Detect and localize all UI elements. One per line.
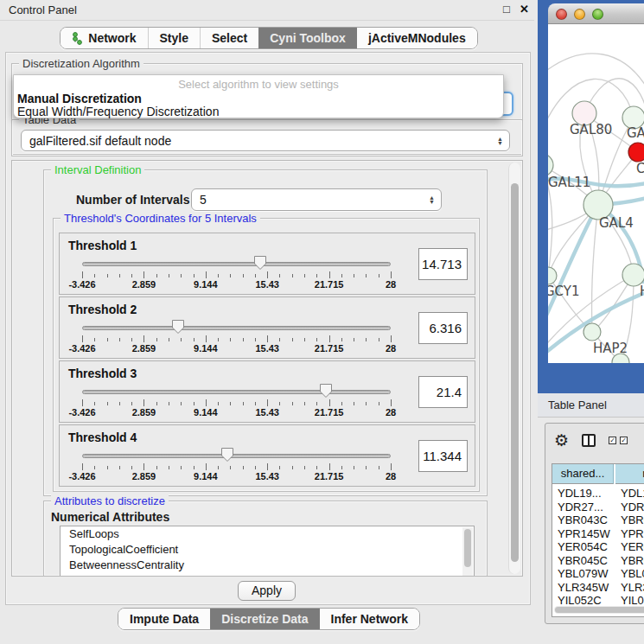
tick-mark <box>316 402 317 405</box>
interval-definition-group: Interval Definition Number of Intervals … <box>43 169 488 496</box>
algorithm-option-1[interactable]: Manual Discretization <box>17 92 142 105</box>
slider-track[interactable] <box>82 454 391 458</box>
threshold-label: Threshold 4 <box>68 430 137 444</box>
table-panel-title: Table Panel <box>548 399 607 411</box>
network-window-titlebar[interactable] <box>548 3 644 24</box>
close-icon[interactable]: ✕ <box>520 3 529 16</box>
tick-mark <box>131 466 132 469</box>
tick-mark <box>366 402 367 405</box>
tab-label: Network <box>88 31 136 45</box>
slider-thumb[interactable] <box>220 447 234 462</box>
list-scrollbar[interactable] <box>462 527 473 576</box>
threshold-value-field[interactable]: 14.713 <box>418 248 468 280</box>
zoom-light-icon[interactable] <box>592 9 603 20</box>
network-node-gcy1[interactable] <box>548 267 557 284</box>
tab-infer-network[interactable]: Infer Network <box>320 609 419 629</box>
table-cell[interactable]: YBL0 <box>621 567 644 581</box>
attribute-list-item[interactable]: SelfLoops <box>61 526 474 542</box>
network-node-hap2[interactable] <box>583 323 601 341</box>
checkbox-icon[interactable]: ✓ <box>609 437 616 444</box>
tick-mark <box>366 274 367 277</box>
tab-discretize-data[interactable]: Discretize Data <box>210 609 319 629</box>
threshold-value-field[interactable]: 11.344 <box>418 440 468 472</box>
table-data-combobox[interactable]: galFiltered.sif default node ▲▼ <box>21 130 510 151</box>
tick-mark <box>230 466 231 469</box>
table-cell[interactable]: YBR043C <box>558 513 608 527</box>
algorithm-option-2[interactable]: Equal Width/Frequency Discretization <box>17 105 219 118</box>
table-cell[interactable]: YDL19... <box>558 487 602 501</box>
tick-label: 21.715 <box>315 279 344 290</box>
tab-select[interactable]: Select <box>200 28 258 48</box>
tab-network[interactable]: Network <box>61 28 147 48</box>
tab-jactivemnodules[interactable]: jActiveMNodules <box>357 28 477 48</box>
table-cell[interactable]: YPR145W <box>558 527 610 541</box>
tick-mark <box>181 466 182 469</box>
threshold-value-field[interactable]: 21.4 <box>418 376 468 408</box>
tab-style[interactable]: Style <box>148 28 200 48</box>
slider-thumb[interactable] <box>253 255 267 271</box>
tick-mark <box>206 399 207 406</box>
control-panel-title: Control Panel <box>9 3 77 16</box>
table-cell[interactable]: YBR045C <box>558 554 608 568</box>
tick-mark <box>94 402 95 405</box>
settings-scrollbar[interactable] <box>508 163 520 574</box>
network-canvas[interactable]: GAL80GACGAL11GAL4GCY1HHAP2 <box>548 24 644 363</box>
slider-track[interactable] <box>82 262 391 266</box>
table-cell[interactable]: YBR0 <box>621 554 644 568</box>
table-cell[interactable]: YDL1 <box>621 487 644 501</box>
gear-icon[interactable]: ⚙ <box>554 430 569 450</box>
numerical-attributes-list[interactable]: SelfLoopsTopologicalCoefficientBetweenne… <box>60 526 475 577</box>
column-header-1[interactable]: shared... <box>552 464 614 484</box>
tick-label: 21.715 <box>315 343 344 354</box>
tick-mark <box>230 402 231 405</box>
minimize-light-icon[interactable] <box>574 9 585 20</box>
tick-mark <box>194 274 194 277</box>
table-panel-body: ⚙ ✓ ✓ shared...na YDL19...YDL1YDR27...YD… <box>545 423 644 624</box>
table-cell[interactable]: YDR27... <box>558 501 603 514</box>
column-header-2[interactable]: na <box>615 464 644 484</box>
tick-mark <box>218 402 219 405</box>
checkbox-icon[interactable]: ✓ <box>620 437 628 444</box>
table-hscrollbar[interactable] <box>554 606 644 614</box>
close-light-icon[interactable] <box>556 9 567 20</box>
tick-mark <box>94 274 95 277</box>
float-window-icon[interactable]: □ <box>503 3 510 16</box>
tab-cyni-toolbox[interactable]: Cyni Toolbox <box>258 28 357 48</box>
tick-mark <box>304 338 305 341</box>
tick-mark <box>156 338 157 341</box>
table-cell[interactable]: YDR2 <box>621 501 644 514</box>
table-panel-header: Table Panel <box>538 393 644 418</box>
network-edge-highlight <box>548 205 598 327</box>
number-of-intervals-combobox[interactable]: 5 ▲▼ <box>191 188 442 211</box>
columns-icon[interactable] <box>582 434 596 447</box>
tick-mark <box>143 271 144 278</box>
table-cell[interactable]: YER054C <box>558 540 608 554</box>
threshold-panel-3: Threshold 3-3.4262.8599.14415.4321.71528… <box>59 360 475 423</box>
network-node-gal11[interactable] <box>548 154 553 176</box>
table-cell[interactable]: YLR3 <box>621 581 644 595</box>
slider-track[interactable] <box>82 326 391 330</box>
tab-impute-data[interactable]: Impute Data <box>118 609 210 629</box>
tick-mark <box>206 463 207 470</box>
tick-label: 9.144 <box>194 471 218 481</box>
tick-mark <box>255 466 256 469</box>
slider-thumb[interactable] <box>319 383 333 399</box>
table-cell[interactable]: YPR1 <box>621 527 644 541</box>
tick-mark <box>107 466 108 469</box>
table-cell[interactable]: YER0 <box>621 540 644 554</box>
table-cell[interactable]: YBL079W <box>558 567 609 581</box>
attribute-list-item[interactable]: TopologicalCoefficient <box>61 542 474 558</box>
tick-label: 9.144 <box>194 343 218 354</box>
slider-track[interactable] <box>82 390 391 394</box>
table-cell[interactable]: YBR0 <box>621 513 644 527</box>
node-label: C <box>636 161 644 176</box>
apply-button[interactable]: Apply <box>238 581 296 601</box>
slider-thumb[interactable] <box>171 319 185 335</box>
tick-mark <box>181 402 182 405</box>
attribute-list-item[interactable]: BetweennessCentrality <box>61 558 474 573</box>
tick-mark <box>169 338 169 341</box>
network-node-c[interactable] <box>628 143 644 162</box>
tick-mark <box>230 274 231 277</box>
threshold-value-field[interactable]: 6.316 <box>418 312 468 344</box>
table-cell[interactable]: YLR345W <box>558 581 609 595</box>
